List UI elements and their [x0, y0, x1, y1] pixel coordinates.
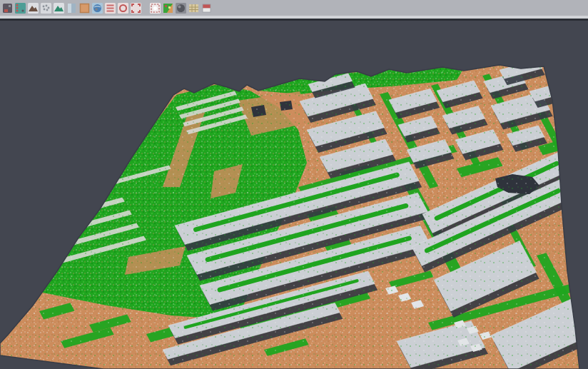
toolbar-separator: [142, 1, 148, 14]
viewport-3d[interactable]: [0, 21, 588, 369]
render-sphere-icon[interactable]: [175, 1, 187, 14]
ortho-tile-icon[interactable]: [78, 1, 91, 14]
profile-panel-icon[interactable]: [66, 1, 78, 14]
flag-label-icon[interactable]: [201, 1, 213, 14]
sparse-points-icon[interactable]: [40, 1, 52, 14]
target-circle-icon[interactable]: [117, 1, 129, 14]
terrain-green-icon[interactable]: [53, 1, 65, 14]
main-toolbar: [0, 0, 588, 16]
clip-region-icon[interactable]: [149, 1, 161, 14]
globe-icon[interactable]: [91, 1, 103, 14]
layer-list-icon[interactable]: [104, 1, 116, 14]
selection-frame-icon[interactable]: [130, 1, 142, 14]
texture-grid-icon[interactable]: [188, 1, 200, 14]
terrain-brown-icon[interactable]: [27, 1, 39, 14]
point-cloud-render: [0, 21, 588, 369]
dataset-icon[interactable]: [1, 1, 14, 14]
classification-map-icon[interactable]: [162, 1, 174, 14]
scatter-points-icon[interactable]: [14, 1, 26, 14]
